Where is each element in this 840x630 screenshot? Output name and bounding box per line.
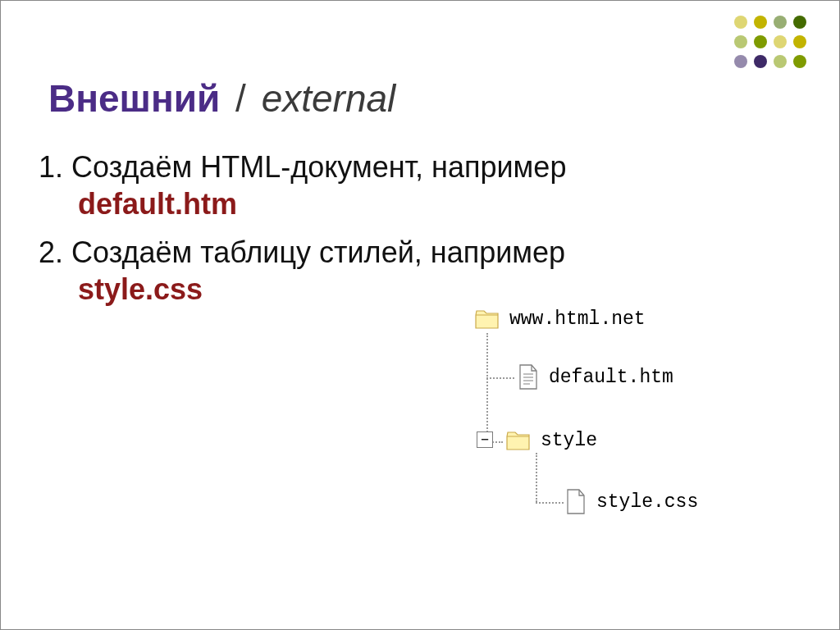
- slide: Внешний / external 1. Создаём HTML-докум…: [0, 0, 840, 630]
- tree-node-file[interactable]: style.css: [565, 489, 698, 515]
- tree-expander[interactable]: −: [477, 431, 493, 448]
- item-highlight: default.htm: [39, 185, 793, 222]
- dot-icon: [774, 35, 787, 48]
- tree-connector: [536, 453, 537, 502]
- tree-connector: [486, 333, 488, 441]
- file-icon: [565, 489, 587, 515]
- folder-icon: [506, 430, 531, 451]
- file-icon: [518, 364, 539, 390]
- item-number: 1.: [39, 150, 63, 184]
- dot-icon: [754, 16, 767, 29]
- tree-node-root[interactable]: www.html.net: [475, 308, 646, 330]
- item-highlight: style.css: [39, 271, 793, 308]
- slide-title: Внешний / external: [48, 76, 395, 121]
- tree-node-folder[interactable]: style: [506, 430, 597, 451]
- dot-icon: [793, 35, 806, 48]
- folder-icon: [475, 308, 500, 330]
- dot-icon: [734, 16, 747, 29]
- dot-icon: [754, 55, 767, 68]
- tree-label: default.htm: [547, 367, 673, 388]
- tree-node-file[interactable]: default.htm: [518, 364, 673, 390]
- dot-icon: [774, 16, 787, 29]
- tree-label: style: [539, 430, 597, 451]
- list-item: 1. Создаём HTML-документ, например defau…: [39, 148, 793, 222]
- dot-grid: [734, 16, 813, 75]
- list-item: 2. Создаём таблицу стилей, например styl…: [39, 234, 793, 308]
- item-number: 2.: [39, 235, 63, 269]
- dot-icon: [754, 35, 767, 48]
- dot-icon: [774, 55, 787, 68]
- title-main: Внешний: [48, 77, 220, 120]
- tree-label: style.css: [595, 491, 698, 513]
- dot-icon: [793, 16, 806, 29]
- dot-icon: [734, 55, 747, 68]
- title-sub: external: [262, 77, 396, 120]
- tree-connector: [486, 377, 514, 379]
- tree-label: www.html.net: [508, 308, 646, 330]
- title-separator: /: [235, 77, 246, 120]
- dot-icon: [734, 35, 747, 48]
- slide-body: 1. Создаём HTML-документ, например defau…: [39, 148, 793, 319]
- item-text: Создаём таблицу стилей, например: [71, 235, 565, 269]
- item-text: Создаём HTML-документ, например: [71, 150, 566, 184]
- tree-connector: [536, 502, 564, 504]
- dot-icon: [793, 55, 806, 68]
